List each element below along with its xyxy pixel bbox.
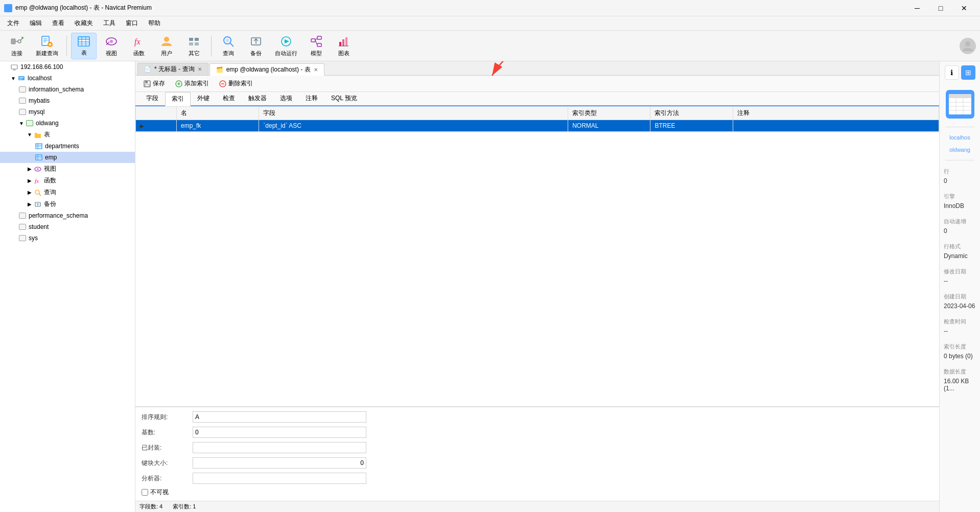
sidebar-functions[interactable]: ▶ fx 函数 <box>0 175 135 187</box>
tab-query[interactable]: 📄 * 无标题 - 查询 ✕ <box>137 63 208 75</box>
tab-fields[interactable]: 字段 <box>139 91 165 105</box>
table-row[interactable]: ▶ emp_fk `dept_id` ASC NORMAL BTREE <box>136 120 939 132</box>
menu-window[interactable]: 窗口 <box>121 17 143 30</box>
svg-marker-34 <box>285 39 289 43</box>
tab-sql-preview[interactable]: SQL 预览 <box>324 91 364 105</box>
tab-comments[interactable]: 注释 <box>299 91 324 105</box>
info-icon-button[interactable]: ℹ <box>945 65 959 80</box>
oldwang-link[interactable]: oldwang <box>947 146 972 154</box>
invisible-checkbox[interactable] <box>142 489 148 496</box>
expand-arrow-functions: ▶ <box>27 178 33 184</box>
table-label: 表 <box>81 49 87 57</box>
connect-button[interactable]: 连接 <box>4 33 30 59</box>
index-len-label: 索引长度 <box>942 342 978 352</box>
backup-sidebar-icon <box>34 200 42 208</box>
menu-file[interactable]: 文件 <box>2 17 25 30</box>
auto-inc-label: 自动递增 <box>942 217 978 226</box>
tables-folder-label: 表 <box>44 130 50 139</box>
table-tab-close[interactable]: ✕ <box>314 67 318 73</box>
func-button[interactable]: fx 函数 <box>126 33 152 59</box>
maximize-button[interactable]: □ <box>929 0 952 16</box>
localhost-link[interactable]: localhos <box>947 133 972 142</box>
mysql-label: mysql <box>29 108 44 115</box>
data-len-label: 数据长度 <box>942 367 978 377</box>
query-tab-close[interactable]: ✕ <box>198 66 202 72</box>
close-button[interactable]: ✕ <box>952 0 976 16</box>
table-spacer <box>135 132 939 406</box>
sidebar-mybatis[interactable]: mybatis <box>0 95 135 106</box>
user-button[interactable]: 用户 <box>154 33 179 59</box>
save-button[interactable]: 保存 <box>139 78 169 89</box>
sort-rule-input[interactable] <box>193 411 366 423</box>
right-panel: ℹ ⊞ localhos oldw <box>939 61 980 512</box>
sidebar-tables-folder[interactable]: ▼ 表 <box>0 129 135 141</box>
menu-view[interactable]: 查看 <box>47 17 69 30</box>
sidebar-queries[interactable]: ▶ 查询 <box>0 187 135 198</box>
sidebar-localhost[interactable]: ▼ localhost <box>0 73 135 84</box>
sidebar-performance-schema[interactable]: performance_schema <box>0 210 135 221</box>
new-query-button[interactable]: 新建查询 <box>32 33 62 59</box>
svg-point-60 <box>37 168 39 170</box>
tab-indexes[interactable]: 索引 <box>165 92 191 106</box>
svg-point-30 <box>226 39 229 42</box>
svg-rect-37 <box>317 43 321 46</box>
other-button[interactable]: 其它 <box>181 33 207 59</box>
tab-table[interactable]: 🗂️ emp @oldwang (localhost) - 表 ✕ <box>209 63 324 76</box>
sort-rule-label: 排序规则: <box>142 413 193 422</box>
query-button[interactable]: 查询 <box>216 33 241 59</box>
tab-checks[interactable]: 检查 <box>216 91 242 105</box>
chart-label: 图表 <box>338 50 349 57</box>
sidebar-ip[interactable]: 192.168.66.100 <box>0 61 135 73</box>
oldwang-icon <box>26 119 34 127</box>
sidebar-sys[interactable]: sys <box>0 232 135 244</box>
grid-icon-button[interactable]: ⊞ <box>961 65 975 80</box>
user-avatar[interactable] <box>960 38 976 54</box>
tab-foreign-keys[interactable]: 外键 <box>191 91 216 105</box>
index-comment-cell[interactable] <box>733 120 939 132</box>
chart-button[interactable]: 图表 <box>331 33 357 59</box>
sidebar-views[interactable]: ▶ 视图 <box>0 163 135 175</box>
tab-options[interactable]: 选项 <box>273 91 299 105</box>
format-section: 行格式 Dynamic <box>942 242 978 263</box>
model-button[interactable]: 模型 <box>304 33 329 59</box>
table-button[interactable]: 表 <box>71 33 97 59</box>
tab-triggers[interactable]: 触发器 <box>242 91 273 105</box>
sidebar-mysql[interactable]: mysql <box>0 106 135 118</box>
data-len-value: 16.00 KB (1... <box>942 378 978 395</box>
chart-icon <box>337 35 351 49</box>
oldwang-label: oldwang <box>36 120 59 127</box>
delete-index-label: 删除索引 <box>228 79 253 88</box>
departments-icon <box>35 142 43 150</box>
packed-input[interactable] <box>193 442 366 453</box>
auto-run-label: 自动运行 <box>275 50 297 57</box>
index-name-cell[interactable]: emp_fk <box>177 120 259 132</box>
analyzer-input[interactable] <box>193 473 366 484</box>
auto-run-button[interactable]: 自动运行 <box>271 33 301 59</box>
sidebar-student[interactable]: student <box>0 221 135 232</box>
sidebar-emp[interactable]: emp <box>0 152 135 163</box>
menu-tools[interactable]: 工具 <box>98 17 121 30</box>
delete-index-button[interactable]: 删除索引 <box>215 78 257 89</box>
menu-help[interactable]: 帮助 <box>143 17 166 30</box>
view-icon <box>104 35 119 49</box>
base-input[interactable] <box>193 427 366 438</box>
main-layout: 192.168.66.100 ▼ localhost information_s… <box>0 61 980 512</box>
backup-button[interactable]: 备份 <box>243 33 269 59</box>
minimize-button[interactable]: ─ <box>905 0 929 16</box>
menu-favorites[interactable]: 收藏夹 <box>69 17 98 30</box>
sidebar-oldwang[interactable]: ▼ oldwang <box>0 118 135 129</box>
sidebar-backup[interactable]: ▶ 备份 <box>0 198 135 210</box>
index-type-cell: NORMAL <box>568 120 650 132</box>
menu-edit[interactable]: 编辑 <box>25 17 47 30</box>
index-field-cell[interactable]: `dept_id` ASC <box>259 120 568 132</box>
block-size-input[interactable] <box>193 457 366 469</box>
user-label: 用户 <box>161 50 172 57</box>
view-button[interactable]: 视图 <box>99 33 124 59</box>
svg-rect-25 <box>195 38 199 41</box>
row-indicator-header <box>136 107 177 120</box>
sidebar-information-schema[interactable]: information_schema <box>0 84 135 95</box>
add-index-button[interactable]: 添加索引 <box>171 78 213 89</box>
format-label: 行格式 <box>942 242 978 251</box>
tab-bar: 📄 * 无标题 - 查询 ✕ 🗂️ emp @oldwang (localhos… <box>135 61 939 76</box>
sidebar-departments[interactable]: departments <box>0 141 135 152</box>
